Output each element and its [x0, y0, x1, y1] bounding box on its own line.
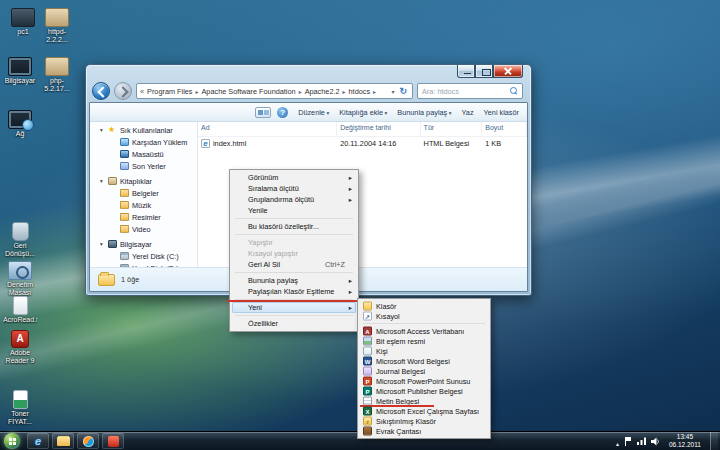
submenu-item[interactable]: Kısayol	[360, 311, 488, 321]
file-type-icon	[363, 407, 372, 416]
nav-item[interactable]: Müzik	[90, 199, 197, 211]
breadcrumb-separator-icon[interactable]	[192, 87, 201, 96]
context-menu-item[interactable]: Bu klasörü özelleştir...	[232, 221, 356, 232]
clock[interactable]: 13:45 06.12.2011	[665, 433, 705, 450]
column-header[interactable]: Tür	[421, 122, 483, 136]
context-menu-item[interactable]: Yapıştır	[232, 237, 356, 248]
system-tray: 13:45 06.12.2011	[616, 432, 720, 450]
search-input[interactable]	[422, 87, 507, 96]
context-menu-item[interactable]: Görünüm	[232, 172, 356, 183]
change-view-icon[interactable]	[255, 107, 271, 118]
maximize-button[interactable]	[475, 65, 493, 78]
context-menu-item[interactable]: Geri Al Sil Ctrl+Z	[232, 259, 356, 270]
context-menu-item[interactable]: Kısayol yapıştır	[232, 248, 356, 259]
breadcrumb-segment[interactable]: Apache Software Foundation	[202, 87, 305, 96]
back-button[interactable]	[92, 82, 110, 100]
nav-item[interactable]: Yerel Disk (C:)	[90, 250, 197, 262]
nav-item[interactable]: Karşıdan Yüklem	[90, 136, 197, 148]
nav-item[interactable]: Belgeler	[90, 187, 197, 199]
search-box[interactable]	[417, 83, 523, 99]
network-icon[interactable]	[637, 437, 646, 445]
desktop-icon[interactable]: AcroRead.tur	[3, 296, 37, 324]
toolbar-button[interactable]: Bununla paylaş	[397, 108, 451, 117]
context-menu-item[interactable]: Yeni	[232, 302, 356, 313]
toolbar-button[interactable]: Yeni klasör	[484, 108, 519, 117]
breadcrumb-separator-icon[interactable]	[340, 87, 349, 96]
submenu-item[interactable]: Microsoft PowerPoint Sunusu	[360, 376, 488, 386]
start-button[interactable]	[4, 433, 20, 449]
context-menu-item[interactable]: Özellikler	[232, 318, 356, 329]
minimize-button[interactable]	[457, 65, 475, 78]
address-dropdown-icon[interactable]	[389, 87, 396, 96]
expander-icon[interactable]	[98, 127, 105, 133]
nav-item[interactable]: Son Yerler	[90, 160, 197, 172]
nav-item[interactable]: Sık Kullanılanlar	[90, 124, 197, 136]
desktop-icon[interactable]: Bilgisayar	[3, 57, 37, 85]
desktop-icon-glyph	[12, 222, 29, 241]
taskbar-app-icon[interactable]	[52, 433, 74, 449]
show-desktop-button[interactable]	[710, 432, 718, 450]
menu-separator	[235, 315, 353, 316]
nav-item[interactable]: Masaüstü	[90, 148, 197, 160]
nav-item[interactable]: Kitaplıklar	[90, 175, 197, 187]
desktop-icon[interactable]: Adobe Reader 9	[3, 330, 37, 365]
desktop-icon[interactable]: Toner FİYAT...	[3, 390, 37, 426]
taskbar-app-icon[interactable]	[77, 433, 99, 449]
expander-icon[interactable]	[98, 241, 105, 247]
desktop-icon[interactable]: Denetim Masası	[3, 261, 37, 297]
context-menu-item[interactable]: Yenile	[232, 205, 356, 216]
column-header[interactable]: Değiştirme tarihi	[337, 122, 420, 136]
expander-icon[interactable]	[98, 178, 105, 184]
breadcrumb-segment[interactable]: htdocs	[349, 87, 380, 96]
submenu-item[interactable]: Journal Belgesi	[360, 366, 488, 376]
submenu-item[interactable]: Microsoft Publisher Belgesi	[360, 386, 488, 396]
toolbar-button[interactable]: Yaz	[462, 108, 474, 117]
submenu-item[interactable]: Microsoft Word Belgesi	[360, 356, 488, 366]
submenu-item[interactable]: Klasör	[360, 301, 488, 311]
action-center-flag-icon[interactable]	[624, 437, 632, 446]
nav-item-label: Müzik	[132, 201, 151, 210]
submenu-item[interactable]: Microsoft Excel Çalışma Sayfası	[360, 406, 488, 416]
desktop-icon-label: Denetim Masası	[3, 281, 37, 297]
submenu-item[interactable]: Kişi	[360, 346, 488, 356]
hidden-icons-arrow-icon[interactable]	[616, 432, 619, 450]
context-menu-item[interactable]: Paylaşılan Klasör Eşitleme	[232, 286, 356, 297]
toolbar-button[interactable]: Kitaplığa ekle	[339, 108, 387, 117]
breadcrumb-separator-icon[interactable]	[296, 87, 305, 96]
nav-item[interactable]: Resimler	[90, 211, 197, 223]
submenu-item[interactable]: Microsoft Access Veritabanı	[360, 326, 488, 336]
address-bar[interactable]: « Program Files Apache Software Foundati…	[136, 83, 413, 99]
desktop-icon[interactable]: httpd-2.2.2...	[40, 8, 74, 44]
submenu-item[interactable]: Metin Belgesi	[360, 396, 488, 406]
submenu-item[interactable]: Sıkıştırılmış Klasör	[360, 416, 488, 426]
help-icon[interactable]	[277, 107, 288, 118]
desktop-icon-label: httpd-2.2.2...	[40, 28, 74, 44]
breadcrumb-chevron-icon[interactable]: «	[140, 87, 144, 96]
submenu-item[interactable]: Bit eşlem resmi	[360, 336, 488, 346]
close-button[interactable]	[493, 65, 523, 78]
submenu-item[interactable]: Evrak Çantası	[360, 426, 488, 436]
titlebar[interactable]	[86, 65, 531, 82]
context-menu-item[interactable]: Bununla paylaş	[232, 275, 356, 286]
file-row[interactable]: index.html 20.11.2004 14:16 HTML Belgesi…	[198, 137, 527, 150]
taskbar-app-icon[interactable]	[27, 433, 49, 449]
taskbar-app-icon[interactable]	[102, 433, 124, 449]
desktop-icon[interactable]: Geri Dönüşü...	[3, 222, 37, 258]
column-header[interactable]: Ad	[198, 122, 337, 136]
nav-item[interactable]: Bilgisayar	[90, 238, 197, 250]
desktop-icon[interactable]: php-5.2.17...	[40, 57, 74, 93]
nav-item[interactable]: Video	[90, 223, 197, 235]
forward-button[interactable]	[114, 82, 132, 100]
breadcrumb-separator-icon[interactable]	[370, 87, 379, 96]
context-menu-item[interactable]: Gruplandırma ölçütü	[232, 194, 356, 205]
desktop-icon[interactable]: pc1	[6, 8, 40, 36]
breadcrumb-segment[interactable]: Apache2.2	[305, 87, 349, 96]
column-header[interactable]: Boyut	[482, 122, 527, 136]
breadcrumb-segment[interactable]: Program Files	[147, 87, 201, 96]
volume-icon[interactable]	[651, 437, 660, 446]
desktop-icon[interactable]: Ağ	[3, 110, 37, 138]
address-row: « Program Files Apache Software Foundati…	[86, 82, 531, 102]
refresh-button[interactable]	[397, 86, 409, 96]
context-menu-item[interactable]: Sıralama ölçütü	[232, 183, 356, 194]
toolbar-button[interactable]: Düzenle	[298, 108, 329, 117]
